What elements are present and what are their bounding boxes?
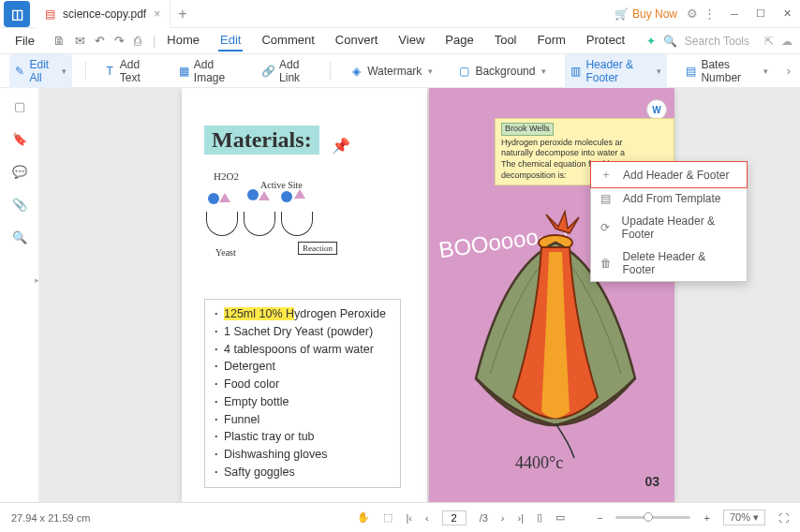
wand-icon[interactable]: ✦ [646, 35, 656, 48]
search-input[interactable]: Search Tools [685, 35, 749, 48]
materials-heading: Materials: [204, 126, 319, 155]
kebab-icon[interactable]: ⋮ [704, 7, 716, 21]
hand-tool-icon[interactable]: ✋ [357, 511, 370, 524]
highlight: 125ml 10% H [224, 307, 294, 320]
close-icon[interactable]: × [154, 7, 160, 21]
pin-icon: 📌 [332, 137, 350, 155]
zoom-in-icon[interactable]: + [704, 512, 709, 524]
last-page-icon[interactable]: ›| [518, 512, 525, 524]
watermark-label: Watermark [367, 65, 422, 78]
add-tab-button[interactable]: + [170, 6, 194, 22]
search-icon[interactable]: 🔍 [12, 230, 27, 244]
buy-now-link[interactable]: 🛒 Buy Now [615, 7, 677, 21]
dd-label: Add From Template [623, 192, 721, 205]
chevron-down-icon: ▾ [541, 66, 546, 76]
note-line: Hydrogen peroxide molecules ar [501, 138, 623, 147]
fullscreen-icon[interactable]: ⛶ [778, 512, 789, 524]
bates-icon: ▤ [686, 65, 696, 78]
pdf-icon: ▤ [45, 7, 55, 21]
cart-icon: 🛒 [615, 7, 629, 21]
page-input[interactable] [442, 510, 467, 525]
watermark-button[interactable]: ◈ Watermark ▾ [344, 61, 438, 81]
document-tab[interactable]: ▤ science-copy.pdf × [36, 0, 170, 28]
undo-icon[interactable]: ↶ [95, 34, 105, 48]
add-text-button[interactable]: T Add Text [99, 54, 160, 88]
next-page-icon[interactable]: › [501, 512, 505, 524]
tab-home[interactable]: Home [165, 30, 201, 52]
trash-icon: 🗑 [600, 257, 614, 270]
add-link-button[interactable]: 🔗 Add Link [256, 54, 317, 88]
attachments-icon[interactable]: 📎 [12, 198, 27, 212]
user-icon[interactable]: ⚙ [687, 7, 698, 21]
text-icon: T [105, 65, 115, 78]
note-line: naturally decompose into water a [501, 148, 625, 157]
comments-icon[interactable]: 💬 [12, 165, 27, 179]
print-icon[interactable]: ⎙ [134, 34, 141, 48]
tab-edit[interactable]: Edit [218, 30, 243, 52]
prev-page-icon[interactable]: ‹ [425, 512, 429, 524]
header-footer-button[interactable]: ▥ Header & Footer ▾ [565, 54, 667, 88]
refresh-icon: ⟳ [600, 221, 613, 234]
chevron-down-icon: ▾ [657, 66, 661, 76]
minimize-button[interactable]: ─ [721, 0, 748, 28]
bookmarks-icon[interactable]: 🔖 [12, 132, 27, 146]
tab-tool[interactable]: Tool [493, 30, 519, 52]
dd-add-header-footer[interactable]: ＋ Add Header & Footer [590, 161, 748, 188]
dd-add-from-template[interactable]: ▤ Add From Template [591, 187, 747, 210]
page-dimensions: 27.94 x 21.59 cm [11, 512, 90, 524]
background-button[interactable]: ▢ Background ▾ [452, 61, 552, 81]
template-icon: ▤ [600, 192, 614, 205]
zoom-slider[interactable] [615, 516, 690, 519]
redo-icon[interactable]: ↷ [114, 34, 125, 48]
word-badge-icon[interactable]: W [646, 99, 667, 120]
list-item: Dishwashing gloves [215, 446, 391, 464]
thumbnails-icon[interactable]: ▢ [14, 99, 25, 113]
share-icon[interactable]: ⇱ [764, 35, 774, 48]
list-item: 4 tablespoons of warm water [215, 341, 391, 359]
dd-delete-header-footer[interactable]: 🗑 Delete Header & Footer [591, 245, 747, 281]
fit-width-icon[interactable]: ▭ [556, 511, 565, 524]
list-item: Empty bottle [215, 393, 391, 411]
mail-icon[interactable]: ✉ [75, 34, 85, 48]
cloud-icon[interactable]: ☁ [781, 35, 793, 48]
titlebar: ◫ ▤ science-copy.pdf × + 🛒 Buy Now ⚙ ⋮ ─… [0, 0, 800, 28]
chevron-down-icon: ▾ [763, 66, 768, 76]
tab-protect[interactable]: Protect [585, 30, 627, 52]
add-image-label: Add Image [194, 58, 237, 84]
edit-all-label: Edit All [29, 58, 54, 84]
statusbar: 27.94 x 21.59 cm ✋ ⬚ |‹ ‹ /3 › ›| ▯ ▭ − … [0, 502, 800, 532]
dd-update-header-footer[interactable]: ⟳ Upadate Header & Footer [591, 210, 747, 245]
fit-page-icon[interactable]: ▯ [537, 511, 542, 524]
select-tool-icon[interactable]: ⬚ [383, 511, 393, 524]
add-text-label: Add Text [120, 58, 155, 84]
zoom-percent[interactable]: 70% ▾ [723, 510, 765, 525]
tab-view[interactable]: View [396, 30, 426, 52]
menubar: File 🗎 ✉ ↶ ↷ ⎙ | Home Edit Comment Conve… [0, 28, 800, 54]
save-icon[interactable]: 🗎 [53, 34, 66, 48]
maximize-button[interactable]: ☐ [748, 0, 774, 28]
reaction-label: Reaction [298, 242, 337, 255]
file-menu[interactable]: File [7, 31, 42, 51]
first-page-icon[interactable]: |‹ [406, 512, 412, 524]
search-icon: 🔍 [663, 35, 677, 48]
tab-form[interactable]: Form [536, 30, 568, 52]
toolbar-scroll-right[interactable]: › [787, 64, 791, 78]
close-button[interactable]: ✕ [774, 0, 800, 28]
tab-comment[interactable]: Comment [259, 30, 316, 52]
page-total: /3 [480, 512, 488, 524]
page-number: 03 [644, 474, 659, 489]
yeast-label: Yeast [215, 247, 236, 258]
tab-convert[interactable]: Convert [333, 30, 380, 52]
add-image-button[interactable]: ▦ Add Image [173, 54, 243, 88]
add-link-label: Add Link [279, 58, 311, 84]
tab-page[interactable]: Page [443, 30, 475, 52]
bates-button[interactable]: ▤ Bates Number ▾ [680, 54, 773, 88]
note-author: Brook Wells [501, 123, 554, 136]
list-item: Funnel [215, 411, 391, 429]
app-icon: ◫ [4, 1, 30, 27]
edit-all-button[interactable]: ✎ Edit All ▾ [9, 54, 72, 88]
zoom-out-icon[interactable]: − [597, 512, 602, 524]
canvas[interactable]: Materials: 📌 H2O2 Active Site Yeast Reac… [39, 88, 800, 502]
list-item: Detergent [215, 358, 391, 376]
edit-icon: ✎ [15, 65, 24, 78]
